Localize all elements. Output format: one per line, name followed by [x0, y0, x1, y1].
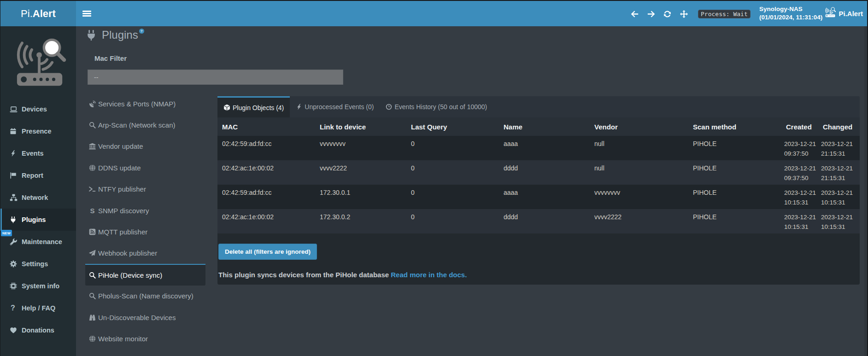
host-timestamp: (01/01/2024, 11:31:04): [759, 13, 822, 22]
plugin-nav-item-webhook[interactable]: Webhook publisher: [85, 243, 205, 264]
cell-mac-link[interactable]: 02:42:59:ad:fd:cc: [217, 185, 315, 209]
col-header-scan-method[interactable]: Scan method: [688, 117, 780, 136]
cell-last-query: 0: [406, 185, 499, 209]
page-title: Plugins: [102, 29, 138, 41]
plugin-nav-item-pholus[interactable]: Pholus-Scan (Name discovery): [85, 286, 205, 307]
sidebar-item-label: Presence: [22, 128, 52, 135]
navbar-brand-right[interactable]: Pi.Alert: [839, 1, 863, 26]
tab-unprocessed-events[interactable]: Unprocessed Events (0): [290, 96, 380, 117]
sidebar-item-events[interactable]: Events: [0, 142, 76, 164]
plugin-nav-item-vendor[interactable]: Vendor update: [85, 136, 205, 157]
plugin-nav-item-arpscan[interactable]: Arp-Scan (Network scan): [85, 114, 205, 135]
col-header-vendor[interactable]: Vendor: [590, 117, 688, 136]
mac-filter-input[interactable]: [88, 70, 343, 85]
sidebar-item-settings[interactable]: Settings: [0, 253, 76, 275]
process-status-badge[interactable]: Process: Wait: [698, 10, 751, 18]
sidebar: Devices Presence Events Report Network P…: [0, 26, 76, 356]
col-header-created[interactable]: Created: [780, 117, 817, 136]
tab-content: MAC Link to device Last Query Name Vendo…: [217, 117, 860, 285]
tab-label: Plugin Objects (4): [233, 104, 284, 111]
plug-icon: [10, 216, 19, 224]
plug-icon: [86, 29, 97, 41]
plugin-nav-label: PiHole (Device sync): [98, 271, 162, 279]
sidebar-item-label: Network: [22, 194, 48, 201]
nav-fullscreen-button[interactable]: [680, 10, 688, 18]
cell-last-query: 0: [406, 136, 499, 160]
col-header-link[interactable]: Link to device: [315, 117, 406, 136]
col-header-last-query[interactable]: Last Query: [406, 117, 499, 136]
sidebar-item-help[interactable]: ?Help / FAQ: [0, 297, 76, 319]
nav-refresh-button[interactable]: [663, 10, 671, 18]
plugin-nav-item-ntfy[interactable]: NTFY publisher: [85, 179, 205, 200]
cell-last-query: 0: [406, 209, 499, 233]
plugin-nav-item-pihole[interactable]: PiHole (Device sync): [85, 264, 205, 285]
paper-plane-icon: [89, 250, 96, 257]
cell-device-link[interactable]: 172.30.0.2: [315, 209, 406, 233]
refresh-icon: [663, 10, 671, 18]
new-badge: NEW: [1, 230, 12, 236]
table-row: 02:42:59:ad:fd:cc 172.30.0.1 0 aaaa vvvv…: [217, 185, 860, 209]
bolt-icon: [10, 150, 19, 158]
plugin-nav-item-nmap[interactable]: Services & Ports (NMAP): [85, 93, 205, 114]
plugin-nav-label: NTFY publisher: [98, 185, 146, 193]
tab-plugin-objects[interactable]: Plugin Objects (4): [217, 96, 290, 117]
router-scan-icon: [825, 7, 836, 18]
plugin-nav-item-snmp[interactable]: SSNMP discovery: [85, 200, 205, 221]
sidebar-item-donations[interactable]: Donations: [0, 319, 76, 341]
cell-created: 2023-12-21 10:15:31: [780, 209, 817, 233]
cell-created: 2023-12-21 09:37:50: [780, 160, 817, 185]
sidebar-item-network[interactable]: Network: [0, 187, 76, 209]
plugin-nav-item-ddns[interactable]: DDNS update: [85, 157, 205, 178]
sidebar-item-label: System info: [22, 282, 59, 290]
cell-device-link[interactable]: vvvvvvvv: [315, 136, 406, 160]
cell-mac-link[interactable]: 02:42:ac:1e:00:02: [217, 209, 315, 233]
tab-label: Unprocessed Events (0): [305, 103, 374, 111]
tab-events-history[interactable]: Events History (50 out of 10000): [380, 96, 493, 117]
plugin-nav-label: Arp-Scan (Network scan): [98, 121, 176, 129]
cell-vendor: null: [590, 136, 688, 160]
plugin-nav-item-mqtt[interactable]: MQTT publisher: [85, 221, 205, 242]
cell-device-link[interactable]: 172.30.0.1: [315, 185, 406, 209]
sidebar-item-system-info[interactable]: System info: [0, 275, 76, 297]
router-scan-logo: [13, 37, 68, 88]
clock-icon: [386, 104, 392, 110]
content-area: Plugins? Mac Filter Services & Ports (NM…: [76, 26, 867, 356]
read-more-link[interactable]: Read more in the docs.: [391, 271, 467, 279]
arrow-left-icon: [631, 10, 639, 18]
wrench-icon: [10, 238, 19, 246]
window-top-border: [0, 0, 868, 1]
plugin-nav-item-website[interactable]: Website monitor: [85, 328, 205, 349]
globe-icon: [89, 164, 96, 171]
cell-scan-method: PIHOLE: [688, 136, 780, 160]
host-info: Synology-NAS (01/01/2024, 11:31:04): [759, 5, 822, 22]
cell-changed: 2023-12-21 10:15:31: [817, 209, 860, 233]
globe-icon: [89, 335, 96, 342]
sidebar-item-devices[interactable]: Devices: [0, 98, 76, 120]
delete-all-button[interactable]: Delete all (filters are ignored): [218, 244, 317, 260]
microchip-icon: [10, 282, 19, 290]
nav-forward-button[interactable]: [647, 10, 655, 18]
sidebar-menu: Devices Presence Events Report Network P…: [0, 98, 76, 341]
search-icon: [89, 271, 96, 279]
sidebar-item-report[interactable]: Report: [0, 164, 76, 187]
cell-mac-link[interactable]: 02:42:59:ad:fd:cc: [217, 136, 315, 160]
cell-name: dddd: [499, 160, 590, 185]
sidebar-item-label: Donations: [22, 327, 54, 334]
sidebar-item-plugins[interactable]: Plugins: [0, 209, 76, 231]
sidebar-item-label: Devices: [22, 105, 47, 113]
sidebar-item-presence[interactable]: Presence: [0, 120, 76, 142]
letter-s-icon: S: [89, 207, 96, 214]
nav-back-button[interactable]: [631, 10, 639, 18]
help-badge[interactable]: ?: [139, 29, 144, 34]
search-icon: [89, 292, 96, 300]
cell-mac-link[interactable]: 02:42:ac:1e:00:02: [217, 160, 315, 185]
cell-device-link[interactable]: vvvv2222: [315, 160, 406, 185]
move-icon: [680, 10, 688, 18]
col-header-changed[interactable]: Changed: [817, 117, 860, 136]
tab-bar: Plugin Objects (4) Unprocessed Events (0…: [217, 96, 860, 117]
cell-name: dddd: [499, 209, 590, 233]
col-header-mac[interactable]: MAC: [217, 117, 315, 136]
col-header-name[interactable]: Name: [499, 117, 590, 136]
plugin-nav-item-undiscoverable[interactable]: Un-Discoverable Devices: [85, 307, 205, 328]
sitemap-icon: [10, 194, 19, 202]
